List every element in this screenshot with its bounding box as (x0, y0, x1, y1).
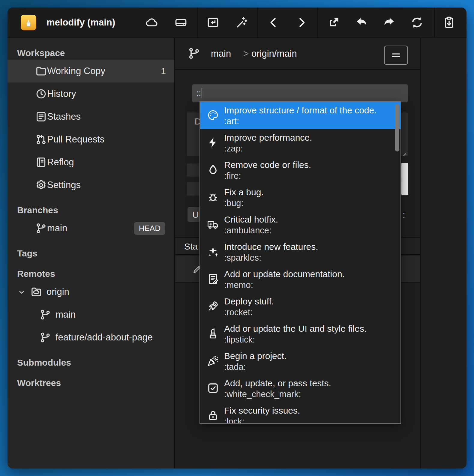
gitmoji-option-code: :memo: (224, 280, 393, 290)
gitmoji-option-sparkles[interactable]: Introduce new features. :sparkles: (200, 238, 400, 265)
sidebar-section-branches: Branches (8, 204, 174, 217)
redo-arrow-icon[interactable] (382, 15, 396, 30)
branch-icon (188, 47, 201, 60)
reflog-book-icon (35, 156, 47, 168)
commit-options-button[interactable] (384, 46, 408, 65)
sidebar-item-label: main (56, 309, 76, 320)
zap-icon (207, 136, 219, 149)
gitmoji-option-title: Critical hotfix. (224, 214, 393, 225)
sidebar-item-remote-branch-feature[interactable]: feature/add-about-page (8, 326, 174, 349)
window-body: Workspace Working Copy 1 History Stashes… (8, 38, 466, 469)
unstage-button-label: U (192, 210, 199, 220)
gitmoji-option-code: :white_check_mark: (224, 389, 393, 400)
gitmoji-option-code: :art: (224, 116, 393, 127)
undo-arrow-icon[interactable] (354, 15, 369, 30)
sidebar-section-workspace: Workspace (8, 46, 174, 60)
sidebar-item-label: origin (46, 286, 69, 297)
sidebar-item-stashes[interactable]: Stashes (8, 105, 174, 128)
sidebar-item-label: Reflog (47, 157, 74, 168)
dropdown-scrollbar-thumb[interactable] (395, 104, 399, 151)
gitmoji-option-title: Deploy stuff. (224, 296, 393, 307)
gitmoji-option-code: :lipstick: (224, 334, 393, 345)
gitmoji-option-lipstick[interactable]: Add or update the UI and style files. :l… (200, 320, 400, 347)
gitmoji-option-lock[interactable]: Fix security issues. :lock: (200, 402, 400, 424)
sidebar-section-submodules: Submodules (8, 356, 174, 369)
gitmoji-option-title: Introduce new features. (224, 241, 393, 252)
branch-icon (35, 222, 47, 234)
gitmoji-option-title: Improve structure / format of the code. (224, 105, 393, 116)
branch-icon (39, 331, 51, 343)
forward-icon[interactable] (294, 15, 309, 30)
toolbar-separator (197, 7, 198, 37)
stash-note-icon (35, 111, 47, 123)
sidebar-item-label: Stashes (47, 111, 81, 122)
gitmoji-option-ambulance[interactable]: Critical hotfix. :ambulance: (200, 211, 400, 238)
stash-tray-icon[interactable] (174, 15, 188, 30)
memo-icon (207, 273, 219, 285)
gitmoji-option-memo[interactable]: Add or update documentation. :memo: (200, 265, 400, 293)
sidebar-section-remotes: Remotes (8, 267, 174, 280)
sidebar-item-working-copy[interactable]: Working Copy 1 (8, 60, 174, 82)
chevron-down-icon[interactable] (17, 288, 26, 297)
gitmoji-option-art[interactable]: Improve structure / format of the code. … (200, 102, 400, 129)
gitmoji-option-white-check-mark[interactable]: Add, update, or pass tests. :white_check… (200, 375, 400, 402)
back-icon[interactable] (266, 15, 281, 30)
gitmoji-option-code: :rocket: (224, 307, 393, 318)
sidebar-item-label: Settings (47, 180, 81, 190)
gitmoji-option-code: :ambulance: (224, 225, 393, 236)
quick-actions-icon[interactable] (235, 15, 249, 30)
toolbar-separator (434, 7, 435, 37)
commit-summary-value: :: (196, 88, 201, 98)
repo-app-icon (21, 15, 36, 30)
gitmoji-option-code: :tada: (224, 361, 393, 372)
tada-icon (207, 355, 219, 367)
push-out-icon[interactable] (326, 15, 341, 30)
sidebar-item-label: Working Copy (47, 66, 105, 76)
branch-icon (39, 309, 51, 321)
breadcrumb-separator: > (243, 38, 249, 69)
toolbar-separator (257, 7, 258, 37)
gitmoji-option-title: Add, update, or pass tests. (224, 378, 393, 389)
gitmoji-option-fire[interactable]: Remove code or files. :fire: (200, 156, 400, 184)
sidebar-section-tags: Tags (8, 247, 174, 260)
gitmoji-autocomplete: Improve structure / format of the code. … (200, 101, 401, 424)
breadcrumb-upstream[interactable]: origin/main (251, 38, 297, 69)
palette-icon (207, 109, 219, 121)
sidebar-item-branch-main[interactable]: main HEAD (8, 217, 174, 240)
gitmoji-option-bug[interactable]: Fix a bug. :bug: (200, 184, 400, 211)
sidebar-item-remote-origin[interactable]: origin (8, 280, 174, 303)
open-repo-icon[interactable] (206, 15, 220, 30)
staged-files-header-label: Sta (184, 241, 198, 251)
pane-divider (420, 38, 421, 469)
gitmoji-option-title: Add or update documentation. (224, 268, 393, 280)
gitmoji-option-zap[interactable]: Improve performance. :zap: (200, 129, 400, 156)
scrollbar-thumb[interactable] (401, 163, 408, 195)
gitmoji-option-code: :lock: (224, 416, 393, 424)
gitmoji-option-title: Fix a bug. (224, 187, 393, 198)
resize-handle-icon[interactable] (401, 149, 407, 155)
toolbar-separator (317, 7, 318, 37)
sidebar-item-label: History (47, 88, 76, 99)
clipboard-download-icon[interactable] (442, 15, 456, 30)
sidebar-item-pull-requests[interactable]: Pull Requests (8, 128, 174, 151)
sync-icon[interactable] (410, 15, 424, 30)
gitmoji-option-rocket[interactable]: Deploy stuff. :rocket: (200, 293, 400, 320)
cloud-icon[interactable] (145, 15, 159, 30)
hamburger-icon (390, 49, 402, 61)
gitmoji-option-title: Improve performance. (224, 132, 393, 143)
commit-summary-input[interactable]: :: (192, 84, 408, 102)
gitmoji-option-title: Begin a project. (224, 350, 393, 361)
gitmoji-option-title: Fix security issues. (224, 405, 393, 416)
sidebar-item-remote-branch-main[interactable]: main (8, 303, 174, 326)
sidebar-item-reflog[interactable]: Reflog (8, 151, 174, 174)
remote-cloud-folder-icon (30, 286, 42, 298)
app-window: melodify (main) (8, 7, 466, 469)
gitmoji-option-tada[interactable]: Begin a project. :tada: (200, 347, 400, 375)
bug-icon (207, 191, 219, 203)
gitmoji-option-code: :fire: (224, 170, 393, 181)
sidebar: Workspace Working Copy 1 History Stashes… (8, 38, 175, 469)
commit-trailing-fragment: : (403, 210, 405, 220)
breadcrumb-branch[interactable]: main (211, 38, 231, 69)
sidebar-item-history[interactable]: History (8, 82, 174, 105)
sidebar-item-settings[interactable]: Settings (8, 174, 174, 196)
